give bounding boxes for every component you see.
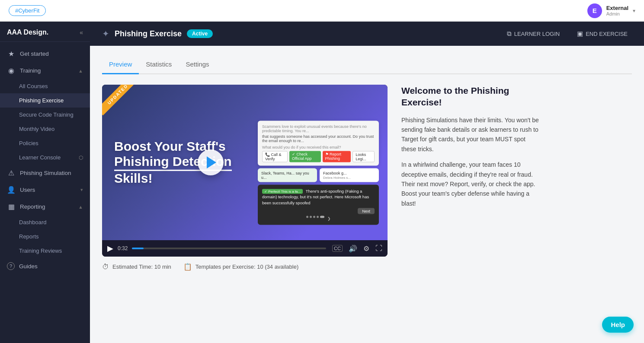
sidebar-collapse-button[interactable]: « bbox=[80, 29, 83, 36]
learner-login-label: LEARNER LOGIN bbox=[514, 31, 560, 37]
sidebar-item-training-reviews[interactable]: Training Reviews bbox=[0, 244, 90, 258]
app-layout: AAA Design. « ★ Get started ◉ Training ▲… bbox=[0, 22, 644, 343]
tab-settings[interactable]: Settings bbox=[179, 56, 216, 74]
templates-info: 📋 Templates per Exercise: 10 (34 availab… bbox=[183, 263, 298, 271]
exercise-icon: ✦ bbox=[102, 29, 109, 39]
overlay-mini-cards: Slack, Teams, Ha... say you u... Faceboo… bbox=[258, 168, 379, 182]
progress-bar[interactable] bbox=[132, 248, 326, 249]
sidebar-item-dashboard[interactable]: Dashboard bbox=[0, 215, 90, 229]
status-badge: Active bbox=[187, 29, 213, 38]
content-header-left: ✦ Phishing Exercise Active bbox=[102, 29, 213, 39]
chevron-down-icon: ▾ bbox=[80, 187, 83, 193]
sidebar-item-learner-console[interactable]: Learner Console ⬡ bbox=[0, 150, 90, 165]
dot-pagination: ❯ bbox=[262, 216, 375, 222]
estimated-time-label: Estimated Time: 10 min bbox=[112, 264, 171, 270]
sidebar-item-label: Training bbox=[20, 67, 74, 74]
sidebar-item-phishing-simulation[interactable]: ⚠ Phishing Simulation bbox=[0, 165, 90, 181]
external-link-icon: ⬡ bbox=[79, 155, 83, 161]
updated-ribbon: UPDATED bbox=[102, 85, 134, 115]
report-phishing-button[interactable]: ⚑ Report Phishing bbox=[323, 151, 351, 162]
overlay-email-subject: Scammers love to exploit unusual events … bbox=[262, 124, 375, 133]
sidebar-item-guides[interactable]: ? Guides bbox=[0, 258, 90, 274]
info-paragraph-1: Phishing Simulations have their limits. … bbox=[401, 115, 540, 154]
content-header: ✦ Phishing Exercise Active ⧉ LEARNER LOG… bbox=[90, 22, 644, 46]
info-panel: Welcome to the Phishing Exercise! Phishi… bbox=[401, 85, 540, 214]
content-header-right: ⧉ LEARNER LOGIN ▣ END EXERCISE bbox=[503, 27, 632, 40]
template-icon: 📋 bbox=[183, 263, 192, 271]
chevron-up-icon: ▲ bbox=[78, 204, 83, 210]
templates-label: Templates per Exercise: 10 (34 available… bbox=[195, 264, 298, 270]
call-verify-button[interactable]: 📞 Call & Verify bbox=[262, 151, 288, 162]
clock-icon: ⏱ bbox=[102, 263, 109, 271]
tabs: Preview Statistics Settings bbox=[102, 56, 632, 74]
sidebar-item-reporting[interactable]: ▦ Reporting ▲ bbox=[0, 198, 90, 215]
tab-statistics[interactable]: Statistics bbox=[139, 56, 179, 74]
user-name: External bbox=[606, 5, 628, 11]
guides-icon: ? bbox=[7, 262, 15, 270]
overlay-email-card: Scammers love to exploit unusual events … bbox=[258, 121, 379, 166]
next-button[interactable]: Next bbox=[358, 208, 375, 214]
sidebar-item-label: Users bbox=[20, 187, 76, 193]
content-body: Preview Statistics Settings UPDATED bbox=[90, 46, 644, 343]
sidebar-item-training[interactable]: ◉ Training ▲ bbox=[0, 62, 90, 79]
page-title: Phishing Exercise bbox=[115, 29, 182, 38]
sidebar-item-label: Guides bbox=[19, 263, 83, 270]
sidebar-item-reports[interactable]: Reports bbox=[0, 229, 90, 244]
topbar-user[interactable]: E External Admin ▾ bbox=[587, 3, 635, 18]
user-role: Admin bbox=[606, 11, 628, 16]
video-meta: ⏱ Estimated Time: 10 min 📋 Templates per… bbox=[102, 263, 388, 271]
user-chevron-icon: ▾ bbox=[633, 8, 635, 14]
sidebar-item-label: Phishing Simulation bbox=[20, 170, 83, 176]
preview-layout: UPDATED Boost Your Staff's Phishing Dete… bbox=[102, 85, 632, 271]
topbar-logo[interactable]: #CyberFit bbox=[9, 5, 46, 16]
sidebar-item-label: Reporting bbox=[20, 203, 74, 210]
sidebar-item-phishing-exercise[interactable]: Phishing Exercise bbox=[0, 93, 90, 108]
video-play-button[interactable] bbox=[198, 149, 224, 175]
volume-icon[interactable]: 🔊 bbox=[349, 245, 357, 253]
sidebar-item-secure-code[interactable]: Secure Code Training bbox=[0, 108, 90, 122]
sidebar-item-label: All Courses bbox=[19, 83, 48, 89]
looks-legit-button[interactable]: Looks Legi... bbox=[352, 151, 375, 162]
phishing-icon: ⚠ bbox=[7, 169, 16, 177]
estimated-time: ⏱ Estimated Time: 10 min bbox=[102, 263, 171, 271]
video-wrapper: UPDATED Boost Your Staff's Phishing Dete… bbox=[102, 85, 388, 257]
learner-login-button[interactable]: ⧉ LEARNER LOGIN bbox=[503, 27, 564, 40]
sidebar-item-policies[interactable]: Policies bbox=[0, 136, 90, 150]
sidebar-item-label: Learner Console bbox=[19, 154, 61, 161]
users-icon: 👤 bbox=[7, 186, 16, 194]
sidebar-item-label: Dashboard bbox=[19, 219, 47, 225]
sidebar-item-all-courses[interactable]: All Courses bbox=[0, 79, 90, 93]
fullscreen-icon[interactable]: ⛶ bbox=[375, 245, 382, 252]
star-icon: ★ bbox=[7, 50, 16, 58]
cc-icon[interactable]: CC bbox=[332, 245, 343, 252]
sidebar-nav: ★ Get started ◉ Training ▲ All Courses P… bbox=[0, 42, 90, 343]
play-button[interactable]: ▶ bbox=[107, 244, 113, 253]
overlay-email-question: What would you do if you received this e… bbox=[262, 145, 375, 149]
video-container: UPDATED Boost Your Staff's Phishing Dete… bbox=[102, 85, 388, 271]
sidebar-item-label: Reports bbox=[19, 233, 39, 240]
tab-preview[interactable]: Preview bbox=[102, 56, 139, 74]
user-info: External Admin bbox=[606, 5, 628, 16]
training-icon: ◉ bbox=[7, 67, 16, 75]
overlay-tooltip: ✓ Perfect! This is a fa... There's anti-… bbox=[258, 185, 379, 225]
time-display: 0:32 bbox=[118, 245, 128, 251]
end-exercise-button[interactable]: ▣ END EXERCISE bbox=[573, 27, 632, 40]
sidebar-item-monthly-video[interactable]: Monthly Video bbox=[0, 122, 90, 136]
sidebar-item-users[interactable]: 👤 Users ▾ bbox=[0, 181, 90, 198]
user-avatar: E bbox=[587, 3, 602, 18]
video-thumbnail[interactable]: UPDATED Boost Your Staff's Phishing Dete… bbox=[102, 85, 388, 240]
overlay-slack-card: Slack, Teams, Ha... say you u... bbox=[258, 168, 317, 182]
overlay-facebook-card: Facebook g... Debra Holmes s... bbox=[320, 168, 379, 182]
overlay-email-body: that suggests someone has accessed your … bbox=[262, 134, 375, 143]
check-official-button[interactable]: ✓ Check Official App bbox=[289, 151, 320, 162]
sidebar-brand: AAA Design. bbox=[7, 29, 48, 36]
reporting-icon: ▦ bbox=[7, 203, 16, 211]
sidebar-item-get-started[interactable]: ★ Get started bbox=[0, 45, 90, 62]
help-button[interactable]: Help bbox=[602, 317, 634, 333]
sidebar-item-label: Policies bbox=[19, 140, 38, 146]
sidebar-item-label: Monthly Video bbox=[19, 126, 54, 132]
settings-icon[interactable]: ⚙ bbox=[363, 245, 369, 253]
info-paragraph-2: In a whirlwind challenge, your team face… bbox=[401, 160, 540, 208]
sidebar-item-label: Get started bbox=[20, 51, 83, 57]
end-exercise-label: END EXERCISE bbox=[586, 31, 628, 37]
